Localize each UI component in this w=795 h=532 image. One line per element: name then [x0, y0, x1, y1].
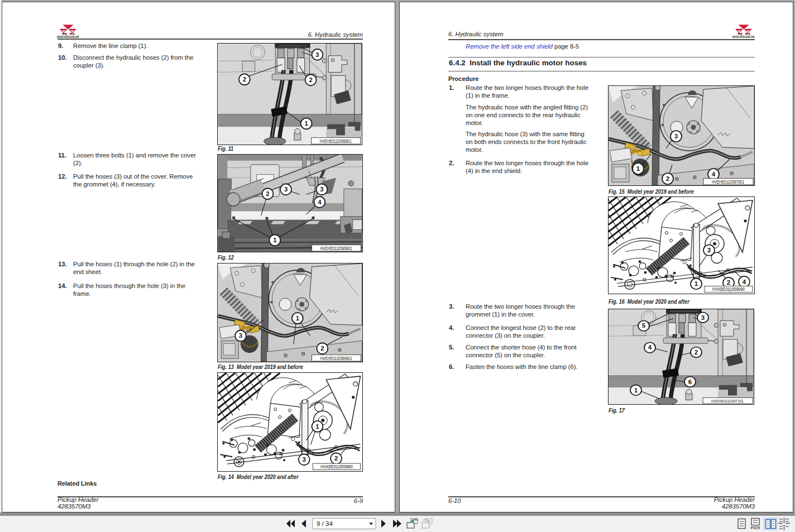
svg-text:2: 2	[695, 349, 698, 356]
svg-text:2: 2	[334, 455, 338, 462]
svg-text:1: 1	[296, 315, 299, 322]
svg-text:2: 2	[243, 76, 246, 83]
svg-text:2: 2	[266, 190, 269, 197]
svg-text:3: 3	[303, 456, 306, 463]
svg-text:2: 2	[666, 175, 669, 182]
svg-text:5: 5	[642, 323, 645, 329]
svg-text:1: 1	[315, 423, 319, 430]
svg-text:HVEHE0110397001: HVEHE0110397001	[712, 179, 744, 185]
svg-text:HVEHE0110395901: HVEHE0110395901	[320, 246, 352, 251]
svg-text:HVEHE0110395801: HVEHE0110395801	[319, 138, 352, 144]
svg-text:HVEHE0110396901: HVEHE0110396901	[320, 356, 352, 361]
svg-text:HVEHE0110397101: HVEHE0110397101	[711, 399, 744, 404]
svg-text:1: 1	[636, 165, 640, 172]
svg-text:3: 3	[284, 186, 288, 193]
svg-text:1: 1	[305, 120, 308, 127]
svg-text:3: 3	[674, 133, 678, 140]
svg-text:6: 6	[688, 378, 692, 385]
svg-text:4: 4	[743, 279, 746, 285]
svg-text:MASSEYFERGUSON.COM: MASSEYFERGUSON.COM	[732, 35, 754, 39]
svg-text:4: 4	[648, 344, 652, 351]
svg-text:2: 2	[727, 280, 730, 286]
svg-text:4: 4	[712, 171, 716, 178]
svg-text:HVKBE011009990: HVKBE011009990	[712, 287, 745, 292]
svg-text:HVKBE011009980: HVKBE011009980	[320, 464, 353, 469]
svg-text:4: 4	[318, 199, 322, 205]
svg-text:3: 3	[701, 314, 705, 321]
svg-text:9 / 34: 9 / 34	[317, 520, 333, 527]
svg-text:3: 3	[707, 247, 711, 253]
svg-text:2: 2	[309, 76, 312, 83]
svg-text:1: 1	[273, 237, 276, 243]
svg-text:1: 1	[695, 281, 698, 287]
svg-text:3: 3	[320, 186, 323, 193]
svg-text:1: 1	[634, 387, 638, 394]
svg-text:3: 3	[315, 51, 319, 58]
svg-text:2: 2	[320, 345, 324, 352]
svg-text:3: 3	[239, 332, 242, 339]
